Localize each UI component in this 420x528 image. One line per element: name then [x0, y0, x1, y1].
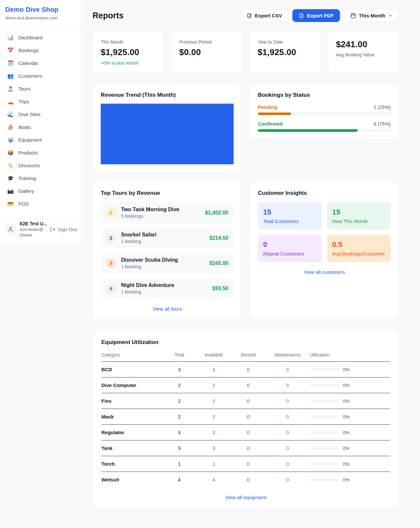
status-bar-track [258, 112, 391, 115]
brand-block: Demo Dive Shop demo.test.divestreams.com [0, 0, 81, 26]
sidebar-item-gallery[interactable]: 📷 Gallery [4, 185, 77, 197]
tour-row[interactable]: 4 Night Dive Adventure 1 booking $93.50 [101, 278, 234, 299]
sidebar-item-label: POS [18, 201, 29, 207]
sidebar-item-calendar[interactable]: 🗓️ Calendar [4, 57, 77, 70]
export-file-icon [299, 13, 304, 18]
equip-available: 3 [197, 425, 231, 440]
sidebar-item-products[interactable]: 📦 Products [4, 146, 77, 159]
sidebar-item-trips[interactable]: 🚤 Trips [4, 95, 77, 108]
equip-utilization: 0% [310, 414, 390, 419]
avatar [5, 223, 16, 235]
equip-total: 3 [162, 440, 197, 456]
sidebar-item-label: Gallery [18, 188, 34, 194]
tour-row[interactable]: 2 Snorkel Safari 1 booking $214.50 [101, 228, 234, 248]
equip-available: 2 [197, 377, 231, 393]
equipment-icon: 🤿 [7, 137, 14, 143]
insights-grid: 15 Total Customers 15 New This Month 0 R… [258, 202, 391, 262]
stat-label: This Month [101, 39, 156, 45]
sidebar: Demo Dive Shop demo.test.divestreams.com… [0, 0, 82, 242]
pos-icon: 💳 [7, 201, 14, 207]
tours-insights-row: Top Tours by Revenue 1 Two Tank Morning … [93, 182, 399, 320]
app-root: Demo Dive Shop demo.test.divestreams.com… [0, 0, 420, 528]
sidebar-item-boats[interactable]: ⛵ Boats [4, 121, 77, 133]
table-row: Fins 2 2 0 0 0% [101, 393, 390, 409]
col-category: Category [101, 352, 162, 362]
customer-insights-card: Customer Insights 15 Total Customers 15 … [250, 182, 399, 320]
equip-utilization: 0% [310, 461, 390, 467]
equip-available: 3 [197, 440, 231, 456]
page-title: Reports [93, 11, 123, 20]
equip-category: Dive Computer [101, 377, 162, 393]
equip-rented: 0 [231, 377, 265, 393]
table-row: BCD 3 3 0 0 0% [101, 362, 390, 377]
tour-bookings: 5 bookings [121, 213, 200, 219]
tour-row[interactable]: 1 Two Tank Morning Dive 5 bookings $1,45… [101, 202, 234, 223]
equip-maintenance: 0 [265, 456, 310, 472]
export-pdf-button[interactable]: Export PDF [292, 9, 340, 22]
equipment-utilization-title: Equipment Utilization [101, 339, 390, 346]
status-bar-fill [258, 112, 291, 115]
table-row: Torch 1 1 0 0 0% [101, 456, 390, 472]
equip-rented: 0 [231, 440, 265, 456]
stat-card-previous-period: Previous Period $0.00 [171, 31, 242, 74]
charts-row: Revenue Trend (This Month) Bookings by S… [93, 84, 399, 173]
sidebar-item-pos[interactable]: 💳 POS [4, 197, 77, 210]
stat-value: $241.00 [336, 39, 391, 50]
sidebar-item-label: Dive Sites [18, 112, 41, 117]
export-file-icon [247, 13, 252, 18]
sidebar-item-label: Dashboard [18, 35, 42, 40]
equip-category: Wetsuit [101, 472, 162, 488]
sidebar-item-label: Trips [18, 99, 29, 104]
sidebar-item-discounts[interactable]: 🏷️ Discounts [4, 159, 77, 172]
sidebar-item-bookings[interactable]: 📅 Bookings [4, 44, 77, 57]
view-all-equipment-link[interactable]: View all equipment [101, 495, 390, 500]
stat-delta: +0% vs last month [101, 60, 156, 66]
insight-value: 0.5 [332, 240, 386, 249]
sidebar-item-label: Products [18, 150, 38, 155]
tour-name: Snorkel Safari [121, 232, 204, 238]
revenue-trend-title: Revenue Trend (This Month) [101, 92, 234, 98]
calendar-icon [350, 13, 356, 18]
col-available: Available [197, 352, 231, 362]
period-dropdown[interactable]: This Month [344, 9, 399, 22]
equip-category: Torch [101, 456, 162, 472]
sign-out-button[interactable]: Sign Out [50, 227, 77, 232]
export-csv-button[interactable]: Export CSV [241, 9, 288, 22]
equip-category: Mask [101, 409, 162, 425]
status-row-confirmed: Confirmed 6 (75%) [258, 121, 391, 132]
stat-card-avg-booking-value: $241.00 Avg Booking Value [328, 31, 399, 74]
equip-available: 4 [197, 472, 231, 488]
col-utilization: Utilization [310, 352, 390, 362]
sidebar-item-dive-sites[interactable]: 🌊 Dive Sites [4, 108, 77, 121]
insight-new-this-month: 15 New This Month [327, 202, 391, 230]
equip-category: Regulator [101, 425, 162, 440]
sidebar-item-equipment[interactable]: 🤿 Equipment [4, 133, 77, 146]
view-all-customers-link[interactable]: View all customers [258, 269, 391, 275]
header-actions: Export CSV Export PDF This Month [241, 9, 399, 22]
sidebar-item-label: Calendar [18, 60, 38, 66]
sidebar-item-label: Training [18, 175, 36, 181]
sidebar-item-tours[interactable]: 🏝️ Tours [4, 82, 77, 95]
tour-list: 1 Two Tank Morning Dive 5 bookings $1,45… [101, 202, 234, 299]
user-email: e2e-tester@... [20, 227, 47, 232]
stat-cards: This Month $1,925.00 +0% vs last month P… [93, 31, 399, 74]
sidebar-item-label: Customers [18, 73, 42, 79]
tour-amount: $1,452.00 [205, 210, 228, 216]
equip-total: 2 [162, 393, 197, 409]
sidebar-item-customers[interactable]: 👥 Customers [4, 70, 77, 82]
bookings-by-status-card: Bookings by Status Pending 2 (25%) Confi… [250, 84, 399, 140]
view-all-tours-link[interactable]: View all tours [101, 306, 234, 312]
equip-maintenance: 0 [265, 393, 310, 409]
sidebar-item-label: Bookings [18, 48, 39, 53]
dashboard-icon: 📊 [7, 34, 14, 41]
user-icon [8, 226, 13, 232]
equip-maintenance: 0 [265, 409, 310, 425]
sign-out-label: Sign Out [58, 227, 77, 232]
equip-total: 3 [162, 362, 197, 377]
equipment-table: Category Total Available Rented Maintena… [101, 352, 390, 487]
page-header: Reports Export CSV Export PDF [93, 9, 399, 22]
tour-row[interactable]: 3 Discover Scuba Diving 1 booking $165.0… [101, 253, 234, 274]
sidebar-item-dashboard[interactable]: 📊 Dashboard [4, 31, 77, 44]
sidebar-item-training[interactable]: 🎓 Training [4, 172, 77, 185]
equip-maintenance: 0 [265, 472, 310, 488]
